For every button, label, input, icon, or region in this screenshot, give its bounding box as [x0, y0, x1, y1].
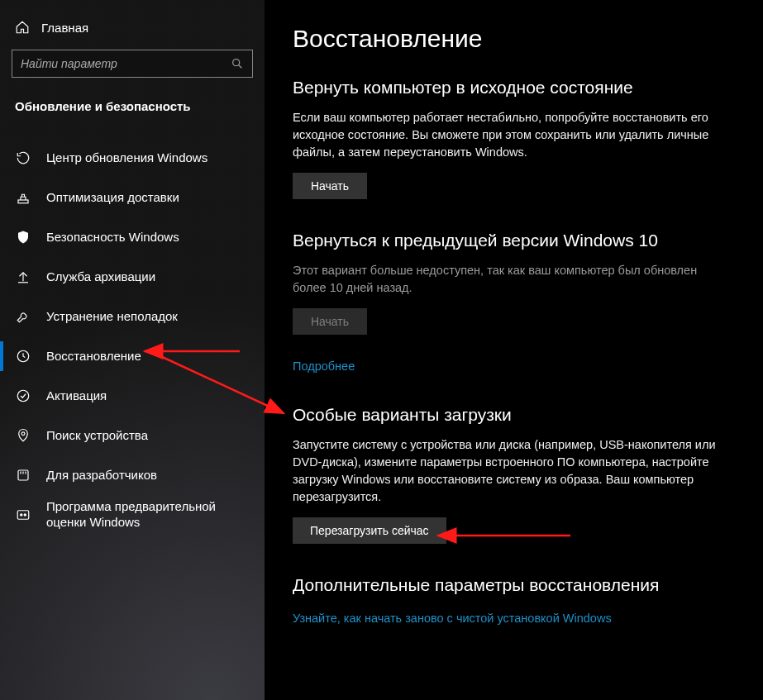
sidebar-nav: Центр обновления Windows Оптимизация дос…: [0, 138, 265, 535]
delivery-icon: [15, 189, 31, 206]
update-icon: [15, 150, 31, 166]
shield-icon: [15, 229, 31, 245]
sidebar-item-delivery-optimization[interactable]: Оптимизация доставки: [0, 178, 265, 217]
svg-point-4: [21, 432, 25, 436]
search-box[interactable]: [12, 50, 253, 78]
section-body: Этот вариант больше недоступен, так как …: [293, 262, 722, 297]
sidebar-item-insider[interactable]: Программа предварительной оценки Windows: [0, 495, 265, 535]
sidebar-item-label: Центр обновления Windows: [46, 150, 207, 166]
previous-start-button: Начать: [293, 308, 367, 335]
svg-point-8: [24, 514, 26, 516]
recovery-icon: [15, 348, 31, 364]
sidebar: Главная Обновление и безопасность Центр …: [0, 0, 265, 700]
section-previous-version: Вернуться к предыдущей версии Windows 10…: [293, 231, 735, 374]
restart-now-button[interactable]: Перезагрузить сейчас: [293, 517, 446, 544]
section-advanced-startup: Особые варианты загрузки Запустите систе…: [293, 405, 735, 544]
section-reset: Вернуть компьютер в исходное состояние Е…: [293, 78, 735, 199]
activation-icon: [15, 388, 31, 404]
sidebar-item-label: Программа предварительной оценки Windows: [46, 499, 245, 531]
search-input[interactable]: [21, 57, 231, 70]
section-body: Если ваш компьютер работает нестабильно,…: [293, 109, 722, 161]
learn-more-link[interactable]: Подробнее: [293, 360, 355, 373]
page-title: Восстановление: [293, 25, 735, 53]
section-heading: Вернуться к предыдущей версии Windows 10: [293, 231, 735, 250]
sidebar-item-label: Для разработчиков: [46, 468, 157, 483]
sidebar-item-label: Восстановление: [46, 349, 141, 364]
wrench-icon: [15, 308, 31, 325]
sidebar-item-label: Служба архивации: [46, 269, 155, 285]
sidebar-item-security[interactable]: Безопасность Windows: [0, 217, 265, 257]
main-content: Восстановление Вернуть компьютер в исход…: [265, 0, 763, 700]
sidebar-item-troubleshoot[interactable]: Устранение неполадок: [0, 297, 265, 336]
sidebar-item-windows-update[interactable]: Центр обновления Windows: [0, 138, 265, 178]
section-body: Запустите систему с устройства или диска…: [293, 436, 722, 506]
home-link[interactable]: Главная: [0, 15, 265, 46]
sidebar-item-find-device[interactable]: Поиск устройства: [0, 416, 265, 455]
sidebar-item-label: Активация: [46, 388, 107, 404]
sidebar-item-recovery[interactable]: Восстановление: [0, 336, 265, 376]
find-device-icon: [15, 427, 31, 444]
sidebar-item-label: Устранение неполадок: [46, 309, 178, 325]
developers-icon: [15, 467, 31, 483]
section-heading: Дополнительные параметры восстановления: [293, 575, 735, 595]
sidebar-item-label: Безопасность Windows: [46, 230, 179, 245]
sidebar-item-label: Оптимизация доставки: [46, 190, 179, 206]
home-icon: [15, 20, 30, 35]
section-more-recovery: Дополнительные параметры восстановления …: [293, 575, 735, 626]
svg-rect-6: [17, 511, 29, 520]
svg-point-0: [233, 60, 240, 66]
home-label: Главная: [41, 21, 88, 35]
sidebar-item-label: Поиск устройства: [46, 428, 148, 444]
section-heading: Вернуть компьютер в исходное состояние: [293, 78, 735, 98]
sidebar-item-activation[interactable]: Активация: [0, 376, 265, 416]
insider-icon: [15, 507, 31, 523]
fresh-start-link[interactable]: Узнайте, как начать заново с чистой уста…: [293, 612, 612, 625]
backup-icon: [15, 269, 31, 285]
svg-point-3: [17, 390, 29, 402]
search-icon: [231, 57, 244, 70]
svg-point-7: [21, 514, 22, 516]
svg-rect-1: [18, 200, 28, 203]
section-heading: Особые варианты загрузки: [293, 405, 735, 425]
sidebar-section-title: Обновление и безопасность: [0, 78, 265, 121]
sidebar-item-developers[interactable]: Для разработчиков: [0, 455, 265, 495]
sidebar-item-backup[interactable]: Служба архивации: [0, 257, 265, 297]
reset-button[interactable]: Начать: [293, 173, 367, 199]
